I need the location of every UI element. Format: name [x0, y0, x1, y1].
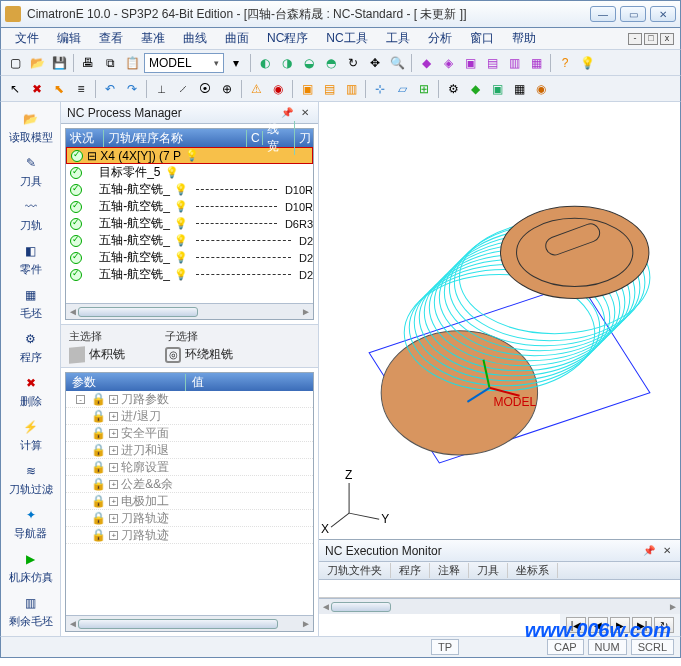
- sidebar-item-edit-path[interactable]: ✐刀轨编辑: [5, 634, 57, 636]
- dropdown-icon[interactable]: ▾: [226, 53, 246, 73]
- rotate-icon[interactable]: ↻: [343, 53, 363, 73]
- tree-row[interactable]: 五轴-航空铣_💡D2: [66, 266, 313, 283]
- select-arrow-icon[interactable]: ↖: [5, 79, 25, 99]
- menu-edit[interactable]: 编辑: [49, 28, 89, 49]
- menu-tools[interactable]: 工具: [378, 28, 418, 49]
- csys-icon[interactable]: ⊞: [414, 79, 434, 99]
- view-top-icon[interactable]: ◒: [299, 53, 319, 73]
- solid1-icon[interactable]: ◆: [416, 53, 436, 73]
- pick-icon[interactable]: ⬉: [49, 79, 69, 99]
- sidebar-item-tool[interactable]: ✎刀具: [5, 150, 57, 192]
- mdi-minimize[interactable]: -: [628, 33, 642, 45]
- save-icon[interactable]: 💾: [49, 53, 69, 73]
- panel-close-icon[interactable]: ✕: [298, 106, 312, 120]
- param-row[interactable]: 🔒 + 刀路轨迹: [66, 510, 313, 527]
- main-select-value[interactable]: 体积铣: [69, 346, 125, 363]
- plane-icon[interactable]: ▱: [392, 79, 412, 99]
- opt2-icon[interactable]: ▣: [487, 79, 507, 99]
- pan-icon[interactable]: ✥: [365, 53, 385, 73]
- opt4-icon[interactable]: ◉: [531, 79, 551, 99]
- exec-close-icon[interactable]: ✕: [660, 544, 674, 558]
- measure4-icon[interactable]: ⊕: [217, 79, 237, 99]
- sidebar-item-read-model[interactable]: 📂读取模型: [5, 106, 57, 148]
- param-row[interactable]: 🔒 + 公差&&余: [66, 476, 313, 493]
- tree-row[interactable]: 五轴-航空铣_💡D10R: [66, 181, 313, 198]
- open-icon[interactable]: 📂: [27, 53, 47, 73]
- sidebar-item-simulate[interactable]: ▶机床仿真: [5, 546, 57, 588]
- tree-row[interactable]: 五轴-航空铣_💡D10R: [66, 198, 313, 215]
- sidebar-item-program[interactable]: ⚙程序: [5, 326, 57, 368]
- mdi-close[interactable]: x: [660, 33, 674, 45]
- param-row[interactable]: 🔒 + 进/退刀: [66, 408, 313, 425]
- minimize-button[interactable]: —: [590, 6, 616, 22]
- 3d-viewport[interactable]: MODEL Z Y X: [319, 102, 680, 539]
- paste-icon[interactable]: 📋: [122, 53, 142, 73]
- gear-icon[interactable]: ⚙: [443, 79, 463, 99]
- nc3-icon[interactable]: ▥: [341, 79, 361, 99]
- sidebar-item-remainder[interactable]: ▥剩余毛坯: [5, 590, 57, 632]
- pin-icon[interactable]: 📌: [280, 106, 294, 120]
- mdi-restore[interactable]: □: [644, 33, 658, 45]
- menu-datum[interactable]: 基准: [133, 28, 173, 49]
- menu-curve[interactable]: 曲线: [175, 28, 215, 49]
- menu-surface[interactable]: 曲面: [217, 28, 257, 49]
- zoom-icon[interactable]: 🔍: [387, 53, 407, 73]
- sidebar-item-stock[interactable]: ▦毛坯: [5, 282, 57, 324]
- menu-analyze[interactable]: 分析: [420, 28, 460, 49]
- param-row[interactable]: 🔒 + 进刀和退: [66, 442, 313, 459]
- maximize-button[interactable]: ▭: [620, 6, 646, 22]
- exec-hscroll[interactable]: ◄►: [319, 598, 680, 614]
- opt3-icon[interactable]: ▦: [509, 79, 529, 99]
- filter-icon[interactable]: ≡: [71, 79, 91, 99]
- sidebar-item-delete[interactable]: ✖删除: [5, 370, 57, 412]
- sidebar-item-part[interactable]: ◧零件: [5, 238, 57, 280]
- warn-icon[interactable]: ⚠: [246, 79, 266, 99]
- solid2-icon[interactable]: ◈: [438, 53, 458, 73]
- layer-combo[interactable]: MODEL: [144, 53, 224, 73]
- info-icon[interactable]: ?: [555, 53, 575, 73]
- sidebar-item-calc[interactable]: ⚡计算: [5, 414, 57, 456]
- axis-icon[interactable]: ⊹: [370, 79, 390, 99]
- nc1-icon[interactable]: ▣: [297, 79, 317, 99]
- menu-help[interactable]: 帮助: [504, 28, 544, 49]
- menu-file[interactable]: 文件: [7, 28, 47, 49]
- solid6-icon[interactable]: ▦: [526, 53, 546, 73]
- param-row[interactable]: - 🔒 + 刀路参数: [66, 391, 313, 408]
- solid5-icon[interactable]: ▥: [504, 53, 524, 73]
- stop-icon[interactable]: ◉: [268, 79, 288, 99]
- param-row[interactable]: 🔒 + 电极加工: [66, 493, 313, 510]
- ncpm-hscroll[interactable]: ◄►: [66, 303, 313, 319]
- new-icon[interactable]: ▢: [5, 53, 25, 73]
- print-icon[interactable]: 🖶: [78, 53, 98, 73]
- bulb-icon[interactable]: 💡: [577, 53, 597, 73]
- param-row[interactable]: 🔒 + 安全平面: [66, 425, 313, 442]
- tree-row[interactable]: 五轴-航空铣_💡D2: [66, 249, 313, 266]
- view-iso-icon[interactable]: ◓: [321, 53, 341, 73]
- view-front-icon[interactable]: ◐: [255, 53, 275, 73]
- menu-nctool[interactable]: NC工具: [318, 28, 375, 49]
- undo-icon[interactable]: ↶: [100, 79, 120, 99]
- sidebar-item-filter[interactable]: ≋刀轨过滤: [5, 458, 57, 500]
- sidebar-item-navigator[interactable]: ✦导航器: [5, 502, 57, 544]
- param-row[interactable]: 🔒 + 轮廓设置: [66, 459, 313, 476]
- sidebar-item-toolpath[interactable]: 〰刀轨: [5, 194, 57, 236]
- menu-ncprog[interactable]: NC程序: [259, 28, 316, 49]
- measure1-icon[interactable]: ⟂: [151, 79, 171, 99]
- view-back-icon[interactable]: ◑: [277, 53, 297, 73]
- tree-row[interactable]: 目标零件_5💡: [66, 164, 313, 181]
- measure3-icon[interactable]: ⦿: [195, 79, 215, 99]
- params-hscroll[interactable]: ◄►: [66, 615, 313, 631]
- menu-view[interactable]: 查看: [91, 28, 131, 49]
- redo-icon[interactable]: ↷: [122, 79, 142, 99]
- copy-icon[interactable]: ⧉: [100, 53, 120, 73]
- menu-window[interactable]: 窗口: [462, 28, 502, 49]
- sub-select-value[interactable]: ◎环绕粗铣: [165, 346, 233, 363]
- solid3-icon[interactable]: ▣: [460, 53, 480, 73]
- measure2-icon[interactable]: ⟋: [173, 79, 193, 99]
- tree-row[interactable]: 五轴-航空铣_💡D2: [66, 232, 313, 249]
- opt1-icon[interactable]: ◆: [465, 79, 485, 99]
- tree-row[interactable]: 五轴-航空铣_💡D6R3: [66, 215, 313, 232]
- exec-pin-icon[interactable]: 📌: [642, 544, 656, 558]
- close-button[interactable]: ✕: [650, 6, 676, 22]
- solid4-icon[interactable]: ▤: [482, 53, 502, 73]
